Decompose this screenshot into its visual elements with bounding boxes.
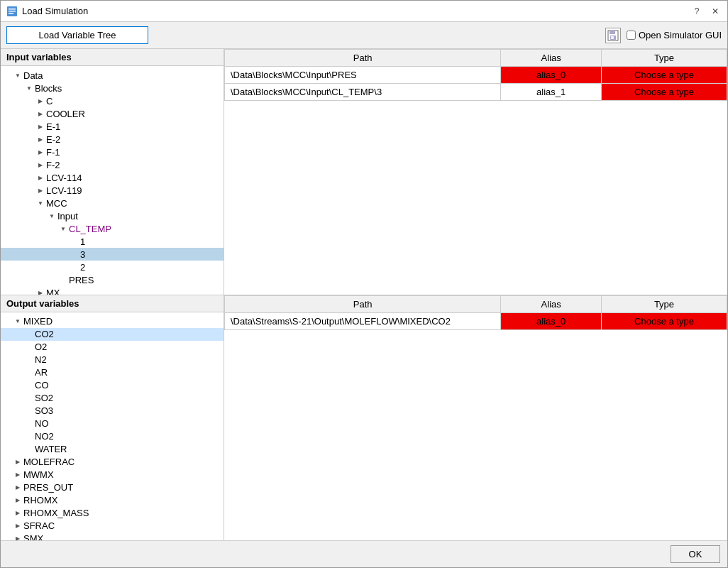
tree-item-lcv119[interactable]: ▶ LCV-119 (1, 184, 224, 197)
input-path-header: Path (225, 50, 501, 67)
input-tree-container[interactable]: ▼ Data ▼ Blocks ▶ C ▶ (1, 66, 224, 295)
tree-item-e2[interactable]: ▶ E-2 (1, 133, 224, 146)
output-path-0: \Data\Streams\S-21\Output\MOLEFLOW\MIXED… (225, 312, 501, 329)
tree-label-molefrac: MOLEFRAC (23, 457, 75, 467)
tree-item-rhomx[interactable]: ▶ RHOMX (1, 494, 224, 507)
tree-label-e2: E-2 (46, 134, 60, 145)
tree-item-mx[interactable]: ▶ MX (1, 286, 224, 295)
expander-co2 (23, 329, 35, 340)
help-button[interactable]: ? (690, 5, 703, 18)
tree-label-e1: E-1 (46, 121, 60, 132)
output-path-header: Path (225, 295, 501, 312)
tree-item-rhomx-mass[interactable]: ▶ RHOMX_MASS (1, 507, 224, 520)
tree-item-ar[interactable]: AR (1, 366, 224, 379)
output-row-0: \Data\Streams\S-21\Output\MOLEFLOW\MIXED… (225, 312, 727, 329)
input-alias-0[interactable]: alias_0 (501, 67, 602, 84)
tree-item-mixed[interactable]: ▼ MIXED (1, 315, 224, 328)
tree-item-no2[interactable]: NO2 (1, 430, 224, 443)
save-icon[interactable] (605, 28, 621, 43)
expander-ar (23, 367, 35, 378)
expander-mx: ▶ (35, 287, 46, 295)
output-table-scroll[interactable]: Path Alias Type \Data\Streams\S-21\Outpu… (224, 295, 727, 541)
open-simulator-checkbox[interactable] (627, 31, 636, 40)
tree-item-no[interactable]: NO (1, 417, 224, 430)
top-row: Input variables ▼ Data ▼ Blocks ▶ (1, 49, 727, 295)
load-variable-tree-button[interactable]: Load Variable Tree (6, 26, 148, 44)
tree-item-pres[interactable]: PRES (1, 273, 224, 286)
tree-item-3[interactable]: 3 (1, 248, 224, 261)
expander-f1: ▶ (35, 146, 46, 158)
tree-label-n2: N2 (35, 354, 47, 365)
input-table-scroll[interactable]: Path Alias Type \Data\Blocks\MCC\Input\P… (224, 49, 727, 295)
expander-sfrac: ▶ (12, 520, 23, 532)
tree-item-molefrac[interactable]: ▶ MOLEFRAC (1, 456, 224, 469)
expander-e1: ▶ (35, 121, 46, 132)
tree-item-f1[interactable]: ▶ F-1 (1, 146, 224, 158)
input-type-1[interactable]: Choose a type (601, 84, 727, 101)
tree-item-2[interactable]: 2 (1, 261, 224, 273)
tree-item-pres-out[interactable]: ▶ PRES_OUT (1, 481, 224, 494)
tree-item-so3[interactable]: SO3 (1, 405, 224, 417)
input-alias-1[interactable]: alias_1 (501, 84, 602, 101)
expander-no (23, 418, 35, 430)
expander-so3 (23, 405, 35, 417)
tree-item-f2[interactable]: ▶ F-2 (1, 158, 224, 171)
tree-item-water[interactable]: WATER (1, 443, 224, 456)
tree-item-cl-temp[interactable]: ▼ CL_TEMP (1, 222, 224, 235)
tree-item-data[interactable]: ▼ Data (1, 69, 224, 82)
expander-c: ▶ (35, 95, 46, 106)
tree-label-pres-out: PRES_OUT (23, 482, 73, 493)
input-data-table: Path Alias Type \Data\Blocks\MCC\Input\P… (224, 49, 727, 101)
output-alias-0[interactable]: alias_0 (501, 312, 602, 329)
input-row-1: \Data\Blocks\MCC\Input\CL_TEMP\3 alias_1… (225, 84, 727, 101)
expander-smx: ▶ (12, 533, 23, 541)
expander-mixed: ▼ (12, 316, 23, 327)
input-type-0[interactable]: Choose a type (601, 67, 727, 84)
input-variables-header: Input variables (1, 49, 224, 66)
output-table-panel: Path Alias Type \Data\Streams\S-21\Outpu… (224, 295, 727, 541)
main-window: Load Simulation ? ✕ Load Variable Tree O… (0, 0, 728, 568)
open-simulator-checkbox-label[interactable]: Open Simulator GUI (627, 30, 722, 40)
tree-item-so2[interactable]: SO2 (1, 392, 224, 405)
ok-button[interactable]: OK (671, 545, 720, 563)
tree-item-e1[interactable]: ▶ E-1 (1, 120, 224, 133)
input-alias-header: Alias (501, 50, 602, 67)
expander-num3 (69, 248, 80, 260)
expander-mcc: ▼ (35, 197, 46, 209)
tree-item-co2[interactable]: CO2 (1, 328, 224, 341)
expander-mwmx: ▶ (12, 469, 23, 481)
tree-item-cooler[interactable]: ▶ COOLER (1, 107, 224, 120)
tree-item-c[interactable]: ▶ C (1, 94, 224, 107)
tree-item-1[interactable]: 1 (1, 235, 224, 248)
titlebar: Load Simulation ? ✕ (1, 1, 727, 22)
tree-label-so3: SO3 (35, 405, 53, 416)
tree-item-smx[interactable]: ▶ SMX (1, 532, 224, 541)
expander-n2 (23, 354, 35, 366)
tree-label-no: NO (35, 418, 49, 429)
tree-label-mwmx: MWMX (23, 469, 54, 480)
expander-water (23, 444, 35, 455)
tree-item-mcc[interactable]: ▼ MCC (1, 197, 224, 209)
tree-item-mwmx[interactable]: ▶ MWMX (1, 469, 224, 481)
window-icon (6, 6, 18, 17)
tree-label-no2: NO2 (35, 431, 54, 442)
tree-label-water: WATER (35, 444, 67, 454)
titlebar-left: Load Simulation (6, 6, 88, 17)
output-type-header: Type (601, 295, 727, 312)
close-button[interactable]: ✕ (709, 5, 722, 18)
svg-rect-1 (9, 9, 16, 10)
tree-item-co[interactable]: CO (1, 379, 224, 392)
output-tree-container[interactable]: ▼ MIXED CO2 O2 (1, 312, 224, 541)
tree-item-lcv114[interactable]: ▶ LCV-114 (1, 171, 224, 184)
tree-label-2: 2 (80, 262, 85, 273)
main-content: Input variables ▼ Data ▼ Blocks ▶ (1, 49, 727, 540)
output-type-0[interactable]: Choose a type (601, 312, 727, 329)
tree-label-so2: SO2 (35, 393, 53, 403)
expander-f2: ▶ (35, 159, 46, 170)
tree-item-blocks[interactable]: ▼ Blocks (1, 82, 224, 94)
tree-item-o2[interactable]: O2 (1, 341, 224, 354)
tree-item-n2[interactable]: N2 (1, 354, 224, 366)
tree-item-sfrac[interactable]: ▶ SFRAC (1, 520, 224, 532)
tree-item-input[interactable]: ▼ Input (1, 209, 224, 222)
tree-label-ar: AR (35, 367, 48, 378)
